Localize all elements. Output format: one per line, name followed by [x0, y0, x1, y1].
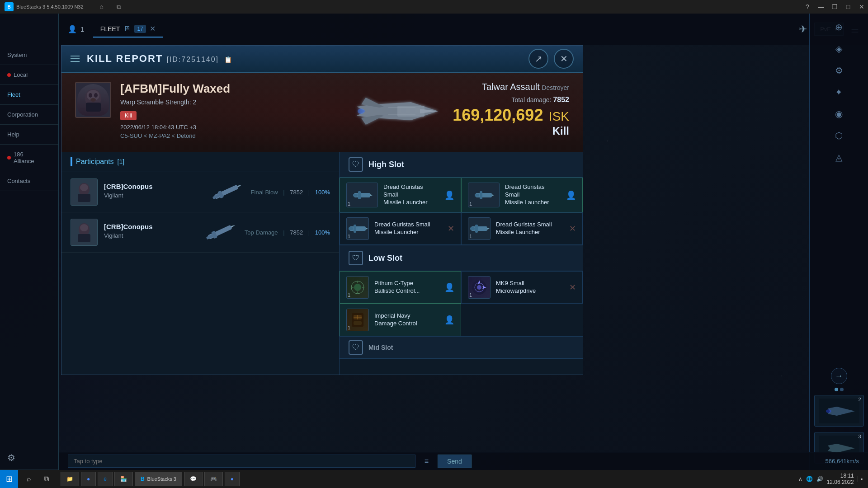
high-slot-header: 🛡 High Slot — [340, 152, 583, 178]
person-icon-1: 👤 — [444, 190, 454, 200]
right-icon-5[interactable]: ◉ — [830, 105, 848, 123]
tray-network-icon[interactable]: 🌐 — [806, 476, 813, 482]
sidebar-item-settings[interactable]: ⚙ — [0, 446, 58, 470]
svg-rect-4 — [86, 103, 101, 112]
taskbar-apps: 📁 ● e 🏪 B BlueStacks 3 💬 🎮 ● — [57, 472, 793, 486]
modal-body: Participants [1] [CRB]Conopus — [61, 152, 583, 375]
svg-marker-34 — [492, 194, 494, 196]
control-icon-1: 1 — [346, 276, 369, 299]
high-slot-item-4[interactable]: 1 Dread Guristas SmallMissile Launcher ✕ — [461, 212, 583, 245]
participant-stats-1: Final Blow | 7852 | 100% — [251, 189, 330, 196]
taskbar-app-discord[interactable]: 💬 — [184, 472, 203, 486]
sidebar-item-fleet[interactable]: Fleet — [0, 85, 58, 105]
nav-dots — [835, 388, 844, 391]
thumbnail-2[interactable]: 2 — [814, 395, 864, 427]
participants-header: Participants [1] — [61, 152, 339, 172]
svg-marker-19 — [237, 184, 242, 188]
svg-rect-51 — [354, 321, 362, 325]
right-icon-2[interactable]: ◈ — [830, 40, 848, 58]
participant-name-1: [CRB]Conopus — [104, 183, 202, 190]
right-icon-6[interactable]: ⬡ — [830, 127, 848, 145]
taskbar-app-bluestacks[interactable]: B BlueStacks 3 — [135, 472, 182, 486]
sidebar-item-contacts[interactable]: Contacts — [0, 171, 58, 191]
tab-fleet[interactable]: FLEET 🖥 17 ✕ — [93, 21, 163, 38]
high-slot-item-1[interactable]: 1 Dread Guristas SmallMissile Launcher 👤 — [340, 178, 461, 212]
copy-icon[interactable]: 📋 — [224, 56, 233, 63]
svg-marker-38 — [366, 228, 368, 230]
search-taskbar-icon[interactable]: ⌕ — [22, 472, 36, 486]
export-btn[interactable]: ↗ — [528, 49, 548, 69]
taskbar-app-chrome[interactable]: ● — [81, 472, 96, 486]
bs-maximize-btn[interactable]: □ — [842, 0, 854, 13]
tray-volume-icon[interactable]: 🔊 — [816, 476, 823, 482]
taskbar-app-store[interactable]: 🏪 — [114, 472, 133, 486]
tray-up-arrow[interactable]: ∧ — [798, 476, 802, 482]
navy-icon: 1 — [346, 309, 369, 331]
monitor-icon: 🖥 — [123, 25, 131, 33]
sidebar-item-alliance[interactable]: 186Alliance — [0, 145, 58, 171]
bs-help-btn[interactable]: ? — [801, 0, 814, 13]
svg-marker-26 — [231, 224, 236, 228]
participant-item-2[interactable]: [CRB]Conopus Vigilant — [61, 212, 339, 253]
right-icon-4[interactable]: ✦ — [830, 83, 848, 101]
sidebar-item-help[interactable]: Help — [0, 125, 58, 145]
slots-panel: 🛡 High Slot 1 — [340, 152, 583, 375]
high-slot-item-2[interactable]: 1 Dread Guristas SmallMissile Launcher 👤 — [461, 178, 583, 212]
high-slot-item-3[interactable]: 1 Dread Guristas SmallMissile Launcher ✕ — [340, 212, 461, 245]
right-icon-1[interactable]: ⊕ — [830, 18, 848, 36]
mid-slot-header: 🛡 Mid Slot — [340, 337, 583, 359]
svg-rect-35 — [480, 191, 482, 199]
taskbar-app-file-explorer[interactable]: 📁 — [61, 472, 79, 486]
bs-minimize-btn[interactable]: — — [815, 0, 827, 13]
taskbar-search: ⌕ ⧉ — [18, 472, 57, 486]
low-slot-item-2[interactable]: 1 MK9 SmallMicrowarpdrive ✕ — [461, 271, 583, 304]
sidebar-item-system[interactable]: System — [0, 45, 58, 65]
svg-rect-41 — [470, 227, 475, 230]
task-view-icon[interactable]: ⧉ — [39, 472, 53, 486]
low-slot-section: 🛡 Low Slot 1 Pit — [340, 245, 583, 337]
svg-marker-30 — [370, 194, 373, 196]
participant-item-1[interactable]: [CRB]Conopus Vigilant — [61, 172, 339, 212]
bs-screen-icon[interactable]: ⧉ — [113, 0, 125, 13]
launcher-icon-2: 1 — [468, 183, 500, 207]
right-icon-3[interactable]: ⚙ — [830, 61, 848, 80]
low-slot-item-1[interactable]: 1 Pithum C-TypeBallistic Control... 👤 — [340, 271, 461, 304]
sidebar-item-corporation[interactable]: Corporation — [0, 105, 58, 125]
menu-icon[interactable]: ≡ — [425, 457, 429, 465]
low-slot-item-3[interactable]: 1 Imperial NavyDamage Control 👤 — [340, 304, 461, 336]
show-desktop-btn[interactable]: ▪ — [858, 476, 863, 482]
kill-banner: [AFBM]Fully Waxed Warp Scramble Strength… — [61, 73, 583, 152]
bs-home-icon[interactable]: ⌂ — [95, 0, 108, 13]
close-modal-btn[interactable]: ✕ — [554, 49, 574, 69]
taskbar-app-edge[interactable]: e — [98, 472, 113, 486]
participant-stats-2: Top Damage | 7852 | 100% — [245, 229, 330, 236]
hamburger-btn[interactable] — [71, 56, 80, 62]
nav-arrow-btn[interactable]: → — [831, 368, 847, 384]
sidebar-item-local[interactable]: Local — [0, 65, 58, 85]
hamburger-line-1 — [71, 56, 80, 56]
game-sidebar: System Local Fleet Corporation Help 186A… — [0, 14, 59, 470]
svg-rect-23 — [78, 234, 90, 242]
windows-start-btn[interactable]: ⊞ — [0, 470, 18, 488]
speed-display: 566,641km/s — [826, 458, 859, 465]
game-bottombar: ≡ Send 566,641km/s — [59, 452, 868, 470]
close-tab-btn[interactable]: ✕ — [150, 24, 156, 33]
bs-restore-btn[interactable]: ❐ — [828, 0, 841, 13]
high-slot-icon: 🛡 — [349, 157, 363, 172]
ship-image-area — [321, 77, 456, 145]
send-button[interactable]: Send — [438, 455, 472, 468]
taskbar-app-extra1[interactable]: 🎮 — [204, 472, 223, 486]
tray-date: 12.06.2022 — [827, 479, 854, 485]
launcher-icon-4: 1 — [468, 217, 491, 240]
low-slot-name-3: Imperial NavyDamage Control — [374, 312, 439, 328]
right-icon-7[interactable]: ◬ — [830, 148, 848, 166]
right-panel: ⊕ ◈ ⚙ ✦ ◉ ⬡ ◬ → 2 3 — [809, 14, 868, 470]
svg-point-15 — [80, 184, 88, 191]
launcher-icon-1: 1 — [346, 183, 378, 207]
bs-close-btn[interactable]: ✕ — [855, 0, 868, 13]
svg-rect-16 — [78, 194, 90, 202]
participant-details-2: [CRB]Conopus Vigilant — [104, 223, 196, 242]
low-slot-header: 🛡 Low Slot — [340, 245, 583, 271]
taskbar-app-extra2[interactable]: ● — [225, 472, 240, 486]
chat-input[interactable] — [68, 455, 415, 468]
